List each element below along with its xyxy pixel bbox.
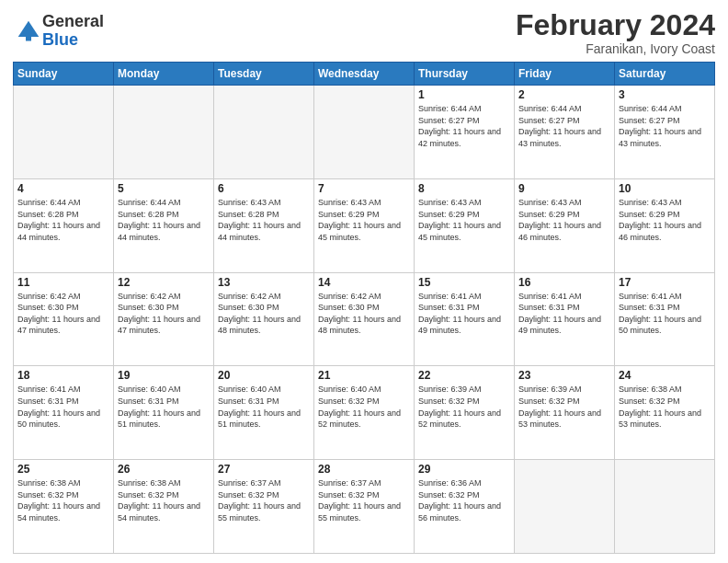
svg-marker-0: [18, 21, 40, 37]
day-number: 22: [418, 369, 510, 382]
col-friday: Friday: [515, 63, 615, 86]
day-number: 6: [218, 182, 310, 195]
day-cell: 22Sunrise: 6:39 AMSunset: 6:32 PMDayligh…: [415, 366, 515, 460]
day-info: Sunrise: 6:41 AMSunset: 6:31 PMDaylight:…: [619, 291, 711, 337]
day-number: 13: [218, 276, 310, 289]
week-row-4: 25Sunrise: 6:38 AMSunset: 6:32 PMDayligh…: [14, 460, 715, 554]
day-cell: 9Sunrise: 6:43 AMSunset: 6:29 PMDaylight…: [515, 178, 615, 272]
day-info: Sunrise: 6:43 AMSunset: 6:29 PMDaylight:…: [518, 197, 610, 243]
day-cell: 11Sunrise: 6:42 AMSunset: 6:30 PMDayligh…: [14, 272, 114, 366]
col-sunday: Sunday: [14, 63, 114, 86]
logo-icon: [15, 17, 42, 45]
logo: General Blue: [13, 13, 104, 50]
day-info: Sunrise: 6:38 AMSunset: 6:32 PMDaylight:…: [118, 477, 210, 523]
col-thursday: Thursday: [415, 63, 515, 86]
logo-blue: Blue: [42, 31, 104, 50]
day-info: Sunrise: 6:43 AMSunset: 6:29 PMDaylight:…: [418, 197, 510, 243]
day-cell: 4Sunrise: 6:44 AMSunset: 6:28 PMDaylight…: [14, 178, 114, 272]
col-tuesday: Tuesday: [214, 63, 314, 86]
day-cell: 29Sunrise: 6:36 AMSunset: 6:32 PMDayligh…: [415, 460, 515, 554]
main-title: February 2024: [516, 9, 715, 41]
day-number: 8: [418, 182, 510, 195]
day-cell: 21Sunrise: 6:40 AMSunset: 6:32 PMDayligh…: [314, 366, 415, 460]
day-cell: 5Sunrise: 6:44 AMSunset: 6:28 PMDaylight…: [114, 178, 214, 272]
day-info: Sunrise: 6:38 AMSunset: 6:32 PMDaylight:…: [619, 384, 711, 430]
day-number: 4: [17, 182, 109, 195]
day-number: 21: [318, 369, 410, 382]
day-cell: 16Sunrise: 6:41 AMSunset: 6:31 PMDayligh…: [515, 272, 615, 366]
day-cell: 15Sunrise: 6:41 AMSunset: 6:31 PMDayligh…: [415, 272, 515, 366]
day-info: Sunrise: 6:39 AMSunset: 6:32 PMDaylight:…: [518, 384, 610, 430]
logo-text: General Blue: [42, 13, 104, 50]
day-cell: 27Sunrise: 6:37 AMSunset: 6:32 PMDayligh…: [214, 460, 314, 554]
day-cell: [615, 460, 715, 554]
day-cell: 26Sunrise: 6:38 AMSunset: 6:32 PMDayligh…: [114, 460, 214, 554]
day-info: Sunrise: 6:39 AMSunset: 6:32 PMDaylight:…: [418, 384, 510, 430]
day-info: Sunrise: 6:41 AMSunset: 6:31 PMDaylight:…: [518, 291, 610, 337]
day-number: 15: [418, 276, 510, 289]
day-cell: 24Sunrise: 6:38 AMSunset: 6:32 PMDayligh…: [615, 366, 715, 460]
day-number: 24: [619, 369, 711, 382]
day-number: 20: [218, 369, 310, 382]
day-cell: 20Sunrise: 6:40 AMSunset: 6:31 PMDayligh…: [214, 366, 314, 460]
day-number: 7: [318, 182, 410, 195]
day-number: 2: [518, 88, 610, 101]
day-cell: [114, 86, 214, 179]
day-number: 18: [17, 369, 109, 382]
day-cell: [14, 86, 114, 179]
day-info: Sunrise: 6:36 AMSunset: 6:32 PMDaylight:…: [418, 477, 510, 523]
day-info: Sunrise: 6:44 AMSunset: 6:27 PMDaylight:…: [619, 103, 711, 149]
day-cell: [515, 460, 615, 554]
day-number: 19: [118, 369, 210, 382]
title-block: February 2024 Faranikan, Ivory Coast: [516, 9, 715, 56]
week-row-2: 11Sunrise: 6:42 AMSunset: 6:30 PMDayligh…: [14, 272, 715, 366]
day-info: Sunrise: 6:44 AMSunset: 6:27 PMDaylight:…: [518, 103, 610, 149]
calendar-table: Sunday Monday Tuesday Wednesday Thursday…: [13, 62, 715, 554]
day-info: Sunrise: 6:43 AMSunset: 6:28 PMDaylight:…: [218, 197, 310, 243]
col-monday: Monday: [114, 63, 214, 86]
day-cell: 3Sunrise: 6:44 AMSunset: 6:27 PMDaylight…: [615, 86, 715, 179]
day-number: 26: [118, 463, 210, 476]
day-number: 12: [118, 276, 210, 289]
header: General Blue February 2024 Faranikan, Iv…: [13, 9, 715, 56]
day-info: Sunrise: 6:37 AMSunset: 6:32 PMDaylight:…: [218, 477, 310, 523]
week-row-1: 4Sunrise: 6:44 AMSunset: 6:28 PMDaylight…: [14, 178, 715, 272]
day-cell: 8Sunrise: 6:43 AMSunset: 6:29 PMDaylight…: [415, 178, 515, 272]
day-cell: 1Sunrise: 6:44 AMSunset: 6:27 PMDaylight…: [415, 86, 515, 179]
week-row-0: 1Sunrise: 6:44 AMSunset: 6:27 PMDaylight…: [14, 86, 715, 179]
day-number: 25: [17, 463, 109, 476]
page: General Blue February 2024 Faranikan, Iv…: [0, 0, 728, 563]
day-info: Sunrise: 6:41 AMSunset: 6:31 PMDaylight:…: [418, 291, 510, 337]
day-cell: 25Sunrise: 6:38 AMSunset: 6:32 PMDayligh…: [14, 460, 114, 554]
day-number: 28: [318, 463, 410, 476]
day-cell: 7Sunrise: 6:43 AMSunset: 6:29 PMDaylight…: [314, 178, 415, 272]
day-info: Sunrise: 6:37 AMSunset: 6:32 PMDaylight:…: [318, 477, 410, 523]
day-info: Sunrise: 6:42 AMSunset: 6:30 PMDaylight:…: [118, 291, 210, 337]
day-number: 23: [518, 369, 610, 382]
day-number: 27: [218, 463, 310, 476]
day-info: Sunrise: 6:40 AMSunset: 6:31 PMDaylight:…: [218, 384, 310, 430]
day-info: Sunrise: 6:43 AMSunset: 6:29 PMDaylight:…: [318, 197, 410, 243]
day-number: 10: [619, 182, 711, 195]
logo-general: General: [42, 13, 104, 31]
day-info: Sunrise: 6:43 AMSunset: 6:29 PMDaylight:…: [619, 197, 711, 243]
day-cell: [214, 86, 314, 179]
day-cell: 10Sunrise: 6:43 AMSunset: 6:29 PMDayligh…: [615, 178, 715, 272]
day-cell: 19Sunrise: 6:40 AMSunset: 6:31 PMDayligh…: [114, 366, 214, 460]
day-cell: 18Sunrise: 6:41 AMSunset: 6:31 PMDayligh…: [14, 366, 114, 460]
day-number: 11: [17, 276, 109, 289]
week-row-3: 18Sunrise: 6:41 AMSunset: 6:31 PMDayligh…: [14, 366, 715, 460]
day-info: Sunrise: 6:42 AMSunset: 6:30 PMDaylight:…: [218, 291, 310, 337]
day-number: 9: [518, 182, 610, 195]
day-info: Sunrise: 6:38 AMSunset: 6:32 PMDaylight:…: [17, 477, 109, 523]
day-cell: 14Sunrise: 6:42 AMSunset: 6:30 PMDayligh…: [314, 272, 415, 366]
subtitle: Faranikan, Ivory Coast: [516, 41, 715, 56]
day-cell: 13Sunrise: 6:42 AMSunset: 6:30 PMDayligh…: [214, 272, 314, 366]
day-number: 17: [619, 276, 711, 289]
day-info: Sunrise: 6:44 AMSunset: 6:28 PMDaylight:…: [118, 197, 210, 243]
day-info: Sunrise: 6:42 AMSunset: 6:30 PMDaylight:…: [318, 291, 410, 337]
col-saturday: Saturday: [615, 63, 715, 86]
day-cell: 12Sunrise: 6:42 AMSunset: 6:30 PMDayligh…: [114, 272, 214, 366]
day-number: 14: [318, 276, 410, 289]
day-cell: [314, 86, 415, 179]
